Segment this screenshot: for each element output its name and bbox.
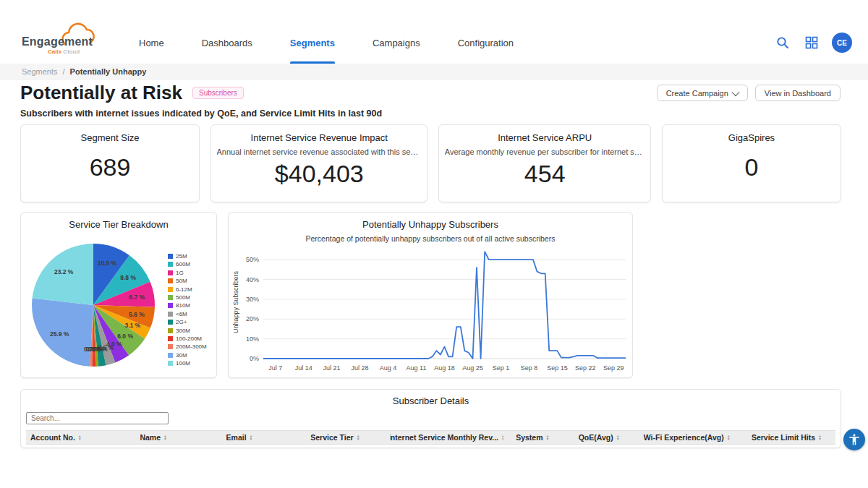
apps-grid-icon[interactable]	[803, 34, 820, 51]
x-tick-label: Jul 14	[295, 364, 312, 372]
legend-swatch	[168, 312, 173, 317]
legend-item-300M[interactable]: 300M	[168, 328, 207, 334]
table-header-row: Account No.▲▼Name▲▼Email▲▼Service Tier▲▼…	[26, 430, 835, 445]
kpi-value: 454	[524, 156, 566, 202]
breadcrumb-segments-link[interactable]: Segments	[22, 67, 58, 76]
page-title: Potentially at Risk	[20, 82, 182, 104]
legend-item-50M[interactable]: 50M	[168, 278, 207, 284]
nav-item-home[interactable]: Home	[120, 22, 183, 64]
create-campaign-button[interactable]: Create Campaign	[657, 85, 748, 101]
legend-item-2G+[interactable]: 2G+	[168, 319, 207, 325]
legend-item-25M[interactable]: 25M	[168, 253, 207, 260]
user-avatar[interactable]: CE	[832, 33, 852, 53]
breadcrumb-current: Potentially Unhappy	[70, 67, 147, 76]
pie-slice-label: 8.8 %	[120, 274, 136, 281]
column-header-service-tier[interactable]: Service Tier▲▼	[281, 433, 390, 442]
service-tier-breakdown-chart: 10.0 %8.8 %6.7 %5.6 %3.1 %6.0 %4.0 %2.5 …	[20, 212, 217, 378]
line-series	[263, 252, 626, 359]
legend-label: 50M	[176, 278, 187, 284]
legend-item-100-200M[interactable]: 100-200M	[168, 335, 207, 342]
column-header-email[interactable]: Email▲▼	[198, 433, 280, 442]
column-header-wi-fi-experience-avg[interactable]: Wi-Fi Experience(Avg)▲▼	[636, 433, 737, 442]
x-tick-label: Aug 18	[434, 364, 455, 372]
subscribers-badge: Subscribers	[192, 87, 244, 99]
legend-swatch	[168, 344, 173, 349]
breadcrumb: Segments / Potentially Unhappy	[0, 64, 868, 80]
y-tick-label: 20%	[246, 315, 259, 322]
legend-item-100M[interactable]: 100M	[168, 360, 207, 367]
legend-item-600M[interactable]: 600M	[168, 261, 207, 267]
page-subtitle: Subscribers with internet issues indicat…	[20, 108, 848, 119]
sort-icon[interactable]: ▲▼	[163, 435, 167, 440]
column-header-internet-service-monthly-rev[interactable]: Internet Service Monthly Rev...▲▼	[390, 433, 503, 442]
kpi-gigaspires: GigaSpires 0	[662, 124, 841, 202]
pie-slice-label: 6.7 %	[129, 294, 145, 301]
legend-item-810M[interactable]: 810M	[168, 302, 207, 309]
page-header: Potentially at Risk Subscribers Subscrib…	[20, 82, 848, 119]
nav-item-dashboards[interactable]: Dashboards	[183, 22, 271, 64]
legend-item-<6M[interactable]: <6M	[168, 311, 207, 317]
x-tick-label: Aug 25	[462, 364, 483, 372]
logo-brand-calix: Calix	[48, 48, 61, 55]
sort-icon[interactable]: ▲▼	[727, 435, 731, 440]
nav-item-segments[interactable]: Segments	[271, 22, 354, 64]
column-header-label: Email	[226, 433, 247, 442]
logo-title: Engagement	[22, 35, 93, 48]
sort-icon[interactable]: ▲▼	[545, 435, 549, 440]
legend-item-200M-300M[interactable]: 200M-300M	[168, 343, 207, 350]
column-header-service-limit-hits[interactable]: Service Limit Hits▲▼	[738, 433, 835, 442]
column-header-account-no[interactable]: Account No.▲▼	[26, 433, 109, 442]
y-tick-label: 10%	[246, 335, 259, 343]
column-header-name[interactable]: Name▲▼	[109, 433, 198, 442]
kpi-value: 0	[745, 143, 759, 202]
nav-item-campaigns[interactable]: Campaigns	[354, 22, 439, 64]
sort-icon[interactable]: ▲▼	[357, 435, 360, 440]
pie-slice-label: 6.0 %	[117, 333, 133, 340]
sort-icon[interactable]: ▲▼	[818, 435, 822, 440]
y-tick-label: 0%	[250, 355, 259, 362]
nav-item-configuration[interactable]: Configuration	[439, 22, 532, 64]
view-in-dashboard-button[interactable]: View in Dashboard	[755, 85, 841, 101]
x-tick-label: Jul 28	[352, 364, 369, 372]
legend-swatch	[168, 336, 173, 341]
legend-swatch	[168, 295, 173, 300]
column-header-label: Wi-Fi Experience(Avg)	[644, 433, 724, 442]
kpi-title: Segment Size	[81, 132, 140, 143]
y-tick-label: 40%	[246, 276, 259, 283]
sort-icon[interactable]: ▲▼	[78, 435, 82, 440]
accessibility-widget-button[interactable]	[843, 429, 865, 450]
top-navigation-bar: Engagement Calix Cloud Home Dashboards S…	[0, 22, 868, 64]
kpi-subtitle: Annual internet service revenue associat…	[217, 147, 422, 156]
column-header-label: System	[516, 433, 542, 442]
legend-swatch	[168, 361, 173, 366]
legend-item-30M[interactable]: 30M	[168, 352, 207, 359]
column-header-qoe-avg[interactable]: QoE(Avg)▲▼	[562, 433, 637, 442]
legend-item-500M[interactable]: 500M	[168, 294, 207, 301]
legend-label: 30M	[176, 352, 187, 359]
kpi-title: GigaSpires	[728, 132, 775, 143]
sort-icon[interactable]: ▲▼	[616, 435, 620, 440]
search-icon[interactable]	[774, 34, 791, 51]
legend-label: 6-12M	[176, 286, 192, 293]
subscriber-details-table: Subscriber Details Account No.▲▼Name▲▼Em…	[20, 389, 841, 448]
kpi-row: Segment Size 689 Internet Service Revenu…	[20, 124, 841, 202]
legend-item-6-12M[interactable]: 6-12M	[168, 286, 207, 293]
column-header-system[interactable]: System▲▼	[503, 433, 562, 442]
kpi-value: $40,403	[275, 156, 364, 202]
legend-swatch	[168, 303, 173, 308]
y-axis-label: Unhappy Subscribers	[232, 270, 239, 333]
app-root: Engagement Calix Cloud Home Dashboards S…	[0, 0, 868, 488]
table-title: Subscriber Details	[21, 395, 841, 406]
engagement-logo[interactable]: Engagement Calix Cloud	[22, 25, 94, 60]
kpi-subtitle: Average monthly revenue per subscriber f…	[445, 147, 645, 156]
legend-item-1G[interactable]: 1G	[168, 270, 207, 276]
legend-swatch	[168, 270, 173, 275]
kpi-segment-size: Segment Size 689	[20, 124, 200, 202]
sort-icon[interactable]: ▲▼	[250, 435, 253, 440]
column-header-label: QoE(Avg)	[579, 433, 613, 442]
line-chart-title: Potentially Unhappy Subscribers	[229, 219, 632, 230]
x-tick-label: Aug 11	[407, 364, 427, 372]
legend-label: 200M-300M	[176, 343, 207, 350]
table-search-input[interactable]	[26, 412, 169, 424]
pie-slice-label: 3.1 %	[124, 322, 140, 329]
